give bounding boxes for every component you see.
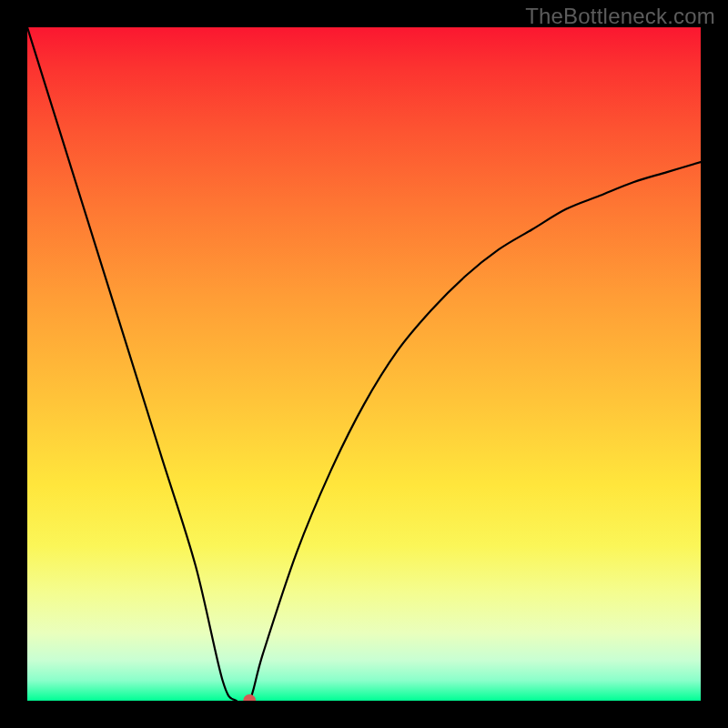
plot-area bbox=[27, 27, 701, 701]
watermark-text: TheBottleneck.com bbox=[525, 4, 715, 29]
minimum-marker bbox=[243, 694, 256, 701]
bottleneck-curve-path bbox=[27, 27, 701, 701]
chart-frame: TheBottleneck.com bbox=[0, 0, 728, 728]
curve-layer bbox=[27, 27, 701, 701]
